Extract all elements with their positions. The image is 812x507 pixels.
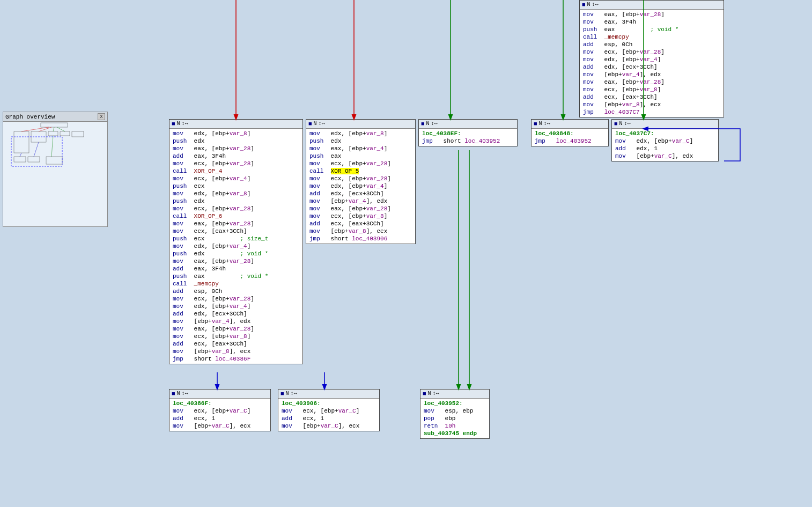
- block-controls: ↕↔: [624, 120, 631, 128]
- block-label: N: [177, 390, 180, 398]
- graph-overview-panel: Graph overview x: [3, 112, 108, 227]
- asm-block-header: ■ N ↕↔: [419, 120, 517, 129]
- svg-rect-9: [41, 123, 68, 127]
- svg-rect-14: [72, 131, 84, 137]
- svg-rect-17: [46, 157, 62, 164]
- svg-rect-13: [60, 131, 70, 136]
- asm-block-left-mid: ■ N ↕↔ mov edx, [ebp+var_8] push edx mov…: [169, 119, 303, 364]
- block-icon: ■: [582, 1, 586, 9]
- asm-block-bot-mid: ■ N ↕↔ loc_403906: mov ecx, [ebp+var_C] …: [278, 389, 380, 431]
- block-controls: ↕↔: [544, 120, 550, 128]
- asm-block-body: mov edx, [ebp+var_8] push edx mov eax, […: [169, 129, 302, 364]
- svg-line-20: [53, 127, 54, 131]
- block-icon: ■: [421, 120, 425, 128]
- asm-block-body: loc_4038EF: jmp short loc_403952: [419, 129, 517, 146]
- asm-block-body: mov edx, [ebp+var_8] push edx mov eax, […: [306, 129, 415, 244]
- asm-block-body: mov eax, [ebp+var_28] mov eax, 3F4h push…: [580, 10, 724, 117]
- asm-block-far-right-mid: ■ N ↕↔ loc_403848: jmp loc_403952: [531, 119, 609, 146]
- asm-block-body: loc_4037C7: mov edx, [ebp+var_C] add edx…: [612, 129, 718, 161]
- asm-block-header: ■ N ↕↔: [169, 390, 270, 399]
- asm-block-body: loc_403906: mov ecx, [ebp+var_C] add ecx…: [278, 399, 379, 431]
- block-label: N: [587, 1, 590, 9]
- block-label: N: [286, 390, 289, 398]
- overview-minimap-svg: [3, 122, 105, 221]
- asm-block-header: ■ N ↕↔: [420, 390, 489, 399]
- svg-rect-15: [14, 157, 26, 162]
- graph-overview-content: [3, 122, 107, 225]
- block-controls: ↕↔: [433, 390, 439, 398]
- block-controls: ↕↔: [592, 1, 599, 9]
- svg-line-23: [34, 142, 39, 157]
- block-controls: ↕↔: [182, 390, 188, 398]
- asm-block-header: ■ N ↕↔: [306, 120, 415, 129]
- block-controls: ↕↔: [291, 390, 297, 398]
- asm-block-header: ■ N ↕↔: [532, 120, 608, 129]
- asm-block-header: ■ N ↕↔: [580, 1, 724, 10]
- svg-rect-10: [14, 131, 29, 153]
- block-label: N: [539, 120, 542, 128]
- block-label: N: [177, 120, 180, 128]
- block-icon: ■: [614, 120, 618, 128]
- asm-block-bot-right: ■ N ↕↔ loc_403952: mov esp, ebp pop ebp …: [420, 389, 490, 439]
- asm-block-right-mid: ■ N ↕↔ loc_4038EF: jmp short loc_403952: [418, 119, 518, 146]
- graph-overview-title-bar: Graph overview x: [3, 112, 107, 122]
- asm-block-top-right: ■ N ↕↔ mov eax, [ebp+var_28] mov eax, 3F…: [579, 0, 724, 117]
- asm-block-body: loc_403848: jmp loc_403952: [532, 129, 608, 146]
- asm-block-header: ■ N ↕↔: [278, 390, 379, 399]
- svg-rect-16: [28, 157, 40, 162]
- asm-block-mid-mid: ■ N ↕↔ mov edx, [ebp+var_8] push edx mov…: [306, 119, 416, 244]
- block-label: N: [314, 120, 317, 128]
- block-controls: ↕↔: [431, 120, 438, 128]
- asm-block-body: loc_403952: mov esp, ebp pop ebp retn 10…: [420, 399, 489, 438]
- svg-line-22: [20, 153, 21, 157]
- block-icon: ■: [172, 120, 175, 128]
- graph-overview-label: Graph overview: [5, 114, 55, 120]
- block-icon: ■: [534, 120, 537, 128]
- svg-line-24: [51, 136, 53, 157]
- main-canvas: Graph overview x: [0, 0, 812, 507]
- svg-rect-12: [48, 131, 58, 136]
- asm-block-bot-left: ■ N ↕↔ loc_40386F: mov ecx, [ebp+var_C] …: [169, 389, 271, 431]
- block-icon: ■: [280, 390, 284, 398]
- block-label: N: [619, 120, 623, 128]
- block-label: N: [426, 120, 430, 128]
- asm-block-far-far-right: ■ N ↕↔ loc_4037C7: mov edx, [ebp+var_C] …: [611, 119, 719, 161]
- block-icon: ■: [172, 390, 175, 398]
- asm-block-header: ■ N ↕↔: [612, 120, 718, 129]
- block-label: N: [428, 390, 431, 398]
- graph-overview-close-button[interactable]: x: [98, 113, 105, 120]
- asm-block-header: ■ N ↕↔: [169, 120, 302, 129]
- block-icon: ■: [308, 120, 312, 128]
- block-controls: ↕↔: [319, 120, 325, 128]
- asm-block-body: loc_40386F: mov ecx, [ebp+var_C] add ecx…: [169, 399, 270, 431]
- block-controls: ↕↔: [182, 120, 188, 128]
- block-icon: ■: [423, 390, 426, 398]
- svg-line-21: [57, 127, 65, 131]
